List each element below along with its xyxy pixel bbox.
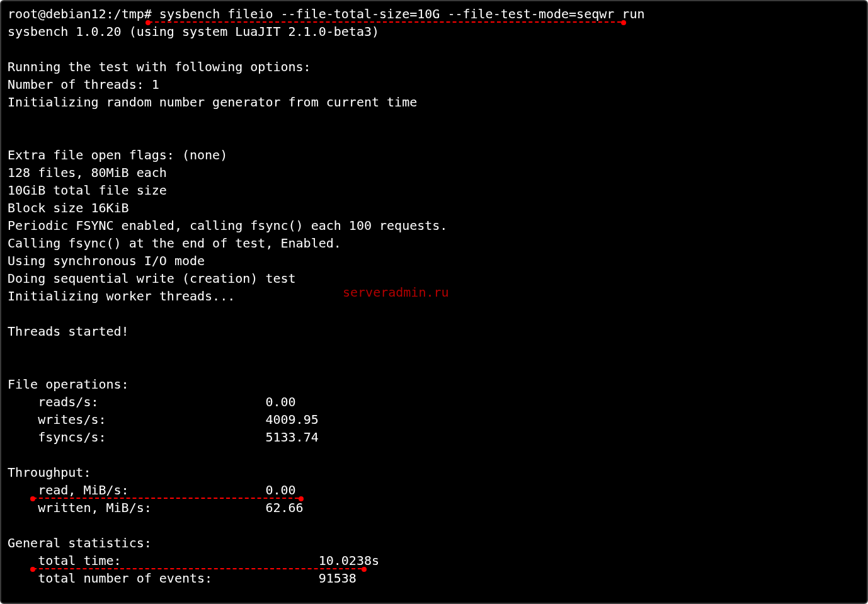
block-size: Block size 16KiB (8, 200, 129, 215)
threads-line: Number of threads: 1 (8, 77, 159, 92)
annotation-dot-icon (30, 567, 35, 572)
fsyncs-row: fsyncs/s: 5133.74 (8, 430, 319, 445)
file-ops-header: File operations: (8, 377, 129, 392)
annotation-dot-icon (146, 20, 151, 25)
version-line: sysbench 1.0.20 (using system LuaJIT 2.1… (8, 24, 379, 39)
annotation-underline-command (149, 21, 621, 23)
annotation-dot-icon (299, 496, 304, 501)
fsync-periodic: Periodic FSYNC enabled, calling fsync() … (8, 218, 447, 233)
annotation-dot-icon (362, 567, 367, 572)
prompt-symbol: # (144, 6, 152, 21)
throughput-header: Throughput: (8, 465, 91, 480)
threads-started: Threads started! (8, 324, 129, 339)
annotation-underline-throughput (33, 498, 299, 499)
watermark-text: serveradmin.ru (343, 285, 449, 300)
io-mode: Using synchronous I/O mode (8, 253, 205, 268)
annotation-underline-events (33, 568, 362, 569)
annotation-dot-icon (621, 20, 626, 25)
terminal-window: root@debian12:/tmp# sysbench fileio --fi… (0, 0, 868, 604)
events-row: total number of events: 91538 (8, 571, 357, 586)
command-text[interactable]: sysbench fileio --file-total-size=10G --… (159, 6, 645, 21)
annotation-dot-icon (30, 496, 35, 501)
fsync-end: Calling fsync() at the end of test, Enab… (8, 236, 341, 251)
total-size: 10GiB total file size (8, 183, 167, 198)
files-line: 128 files, 80MiB each (8, 165, 167, 180)
writes-row: writes/s: 4009.95 (8, 412, 319, 427)
total-time-row: total time: 10.0238s (8, 553, 379, 568)
read-throughput-row: read, MiB/s: 0.00 (8, 482, 296, 498)
prompt-user-host: root@debian12 (8, 6, 106, 21)
rng-line: Initializing random number generator fro… (8, 94, 417, 110)
reads-row: reads/s: 0.00 (8, 394, 296, 409)
test-kind: Doing sequential write (creation) test (8, 271, 296, 286)
written-throughput-row: written, MiB/s: 62.66 (8, 500, 304, 515)
prompt-cwd: /tmp (114, 6, 144, 21)
init-workers: Initializing worker threads... (8, 288, 235, 304)
gen-stats-header: General statistics: (8, 535, 152, 550)
running-header: Running the test with following options: (8, 59, 311, 74)
extra-flags: Extra file open flags: (none) (8, 147, 227, 162)
